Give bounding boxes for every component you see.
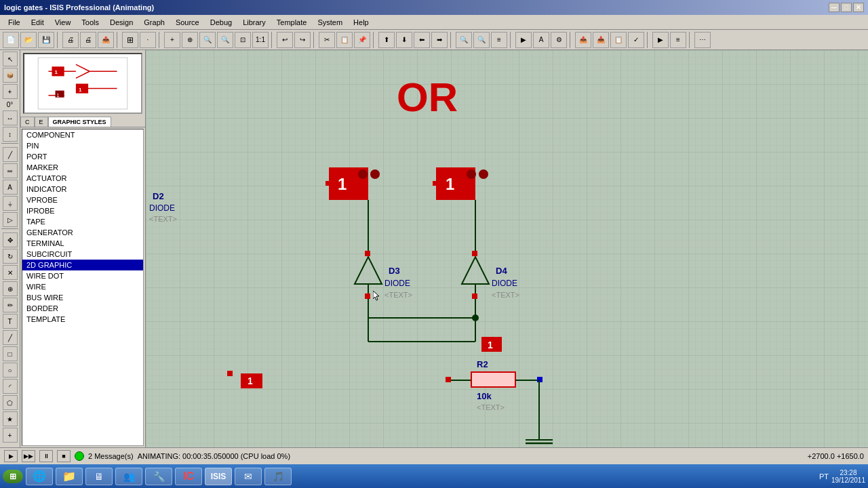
circle-tool[interactable]: ○ — [3, 363, 18, 378]
list-item-terminal[interactable]: TERMINAL — [22, 238, 143, 249]
mirror-x-tool[interactable]: ↔ — [3, 110, 18, 125]
align-right[interactable]: ➡ — [431, 32, 448, 48]
list-item-2dgraphic[interactable]: 2D GRAPHIC — [22, 260, 143, 270]
search-button[interactable]: 🔍 — [456, 32, 472, 48]
align-top[interactable]: ⬆ — [378, 32, 395, 48]
rotate-tool[interactable]: ↻ — [3, 249, 18, 264]
wire-tool[interactable]: ╱ — [3, 147, 18, 162]
probe-tool[interactable]: ⊕ — [3, 281, 18, 296]
menu-debug[interactable]: Debug — [205, 17, 237, 28]
poly-tool[interactable]: ⬠ — [3, 395, 18, 410]
list-item-template[interactable]: TEMPLATE — [22, 314, 143, 325]
import-button[interactable]: 📥 — [593, 32, 609, 48]
probe-button[interactable]: ⊕ — [182, 32, 198, 48]
zoom100-button[interactable]: 1:1 — [252, 32, 269, 48]
taskbar-email[interactable]: ✉ — [235, 468, 262, 485]
menu-help[interactable]: Help — [348, 17, 374, 28]
text-tool[interactable]: T — [3, 314, 18, 329]
sim-button[interactable]: ▶ — [652, 32, 669, 48]
list-item-subcircuit[interactable]: SUBCIRCUIT — [22, 249, 143, 260]
menu-graph[interactable]: Graph — [138, 17, 170, 28]
component-tool[interactable]: 📦 — [3, 68, 18, 83]
align-bottom[interactable]: ⬇ — [396, 32, 412, 48]
symbol-tool[interactable]: ★ — [3, 411, 18, 426]
bom-button[interactable]: 📋 — [610, 32, 627, 48]
mirror-y-tool[interactable]: ↕ — [3, 127, 18, 142]
paste-button[interactable]: 📌 — [354, 32, 370, 48]
label-tool[interactable]: A — [3, 180, 18, 195]
arc-tool[interactable]: ◜ — [3, 379, 18, 394]
menu-system[interactable]: System — [312, 17, 348, 28]
list-item-buswire[interactable]: BUS WIRE — [22, 292, 143, 303]
cut-button[interactable]: ✂ — [319, 32, 335, 48]
taskbar-app1[interactable]: IC — [175, 468, 202, 485]
draw-tool[interactable]: ✏ — [3, 298, 18, 312]
bus-tool[interactable]: ═ — [3, 163, 18, 178]
annot-button[interactable]: A — [533, 32, 549, 48]
taskbar-tools[interactable]: 🔧 — [145, 468, 172, 485]
list-item-iprobe[interactable]: IPROBE — [22, 205, 143, 216]
maximize-button[interactable]: □ — [841, 3, 852, 12]
stop-button[interactable]: ■ — [57, 450, 71, 462]
list-item-component[interactable]: COMPONENT — [22, 129, 143, 140]
taskbar-isis[interactable]: ISIS — [205, 468, 232, 485]
prop-button[interactable]: ⚙ — [551, 32, 567, 48]
menu-library[interactable]: Library — [237, 17, 271, 28]
list-item-wire[interactable]: WIRE — [22, 281, 143, 292]
menu-template[interactable]: Template — [271, 17, 313, 28]
zoomout-button[interactable]: 🔍 — [217, 32, 233, 48]
play-button[interactable]: ▶ — [4, 450, 18, 462]
junction-tool[interactable]: + — [3, 84, 18, 99]
minimize-button[interactable]: — — [829, 3, 840, 12]
new-button[interactable]: 📄 — [3, 32, 19, 48]
save-button[interactable]: 💾 — [38, 32, 54, 48]
list-item-wiredot[interactable]: WIRE DOT — [22, 270, 143, 281]
zoomfit-button[interactable]: ⊡ — [235, 32, 251, 48]
list-item-pin[interactable]: PIN — [22, 140, 143, 151]
undo-button[interactable]: ↩ — [277, 32, 293, 48]
menu-edit[interactable]: Edit — [26, 17, 50, 28]
taskbar-desktop[interactable]: 🖥 — [85, 468, 113, 485]
zoom2-button[interactable]: 🔍 — [473, 32, 490, 48]
print-button[interactable]: 🖨 — [62, 32, 79, 48]
clock[interactable]: 23:28 19/12/2011 — [831, 469, 865, 484]
add-button[interactable]: + — [164, 32, 180, 48]
open-button[interactable]: 📂 — [20, 32, 37, 48]
add2-tool[interactable]: + — [3, 428, 18, 443]
zoomin-button[interactable]: 🔍 — [199, 32, 216, 48]
print2-button[interactable]: 🖨 — [80, 32, 96, 48]
tab-c[interactable]: C — [20, 117, 35, 127]
list-item-port[interactable]: PORT — [22, 151, 143, 162]
dots-button[interactable]: · — [140, 32, 156, 48]
list-item-marker[interactable]: MARKER — [22, 162, 143, 173]
list-item-actuator[interactable]: ACTUATOR — [22, 173, 143, 184]
pause-button[interactable]: ⏸ — [39, 450, 53, 462]
drc-button[interactable]: ✓ — [628, 32, 644, 48]
menu-tools[interactable]: Tools — [76, 17, 104, 28]
grid-button[interactable]: ⊞ — [122, 32, 138, 48]
align-left[interactable]: ⬅ — [414, 32, 430, 48]
power-tool[interactable]: ⏚ — [3, 196, 18, 211]
menu-file[interactable]: File — [3, 17, 26, 28]
extra-button[interactable]: ⋯ — [694, 32, 711, 48]
netlist2-button[interactable]: ≡ — [670, 32, 686, 48]
list-item-border[interactable]: BORDER — [22, 303, 143, 314]
copy-button[interactable]: 📋 — [336, 32, 353, 48]
netlist-button[interactable]: ≡ — [491, 32, 507, 48]
menu-source[interactable]: Source — [170, 17, 205, 28]
taskbar-ie[interactable]: 🌐 — [26, 468, 53, 485]
delete-tool[interactable]: ✕ — [3, 265, 18, 280]
rect-tool[interactable]: □ — [3, 346, 18, 361]
taskbar-media[interactable]: 🎵 — [264, 468, 292, 485]
run-button[interactable]: ▶ — [515, 32, 532, 48]
line-tool[interactable]: ╱ — [3, 330, 18, 345]
menu-view[interactable]: View — [50, 17, 77, 28]
play-step-button[interactable]: ▶▶ — [22, 450, 35, 462]
taskbar-users[interactable]: 👥 — [115, 468, 142, 485]
menu-design[interactable]: Design — [104, 17, 138, 28]
move-tool[interactable]: ✥ — [3, 232, 18, 247]
export-button[interactable]: 📤 — [98, 32, 114, 48]
port-tool[interactable]: ▷ — [3, 212, 18, 227]
export2-button[interactable]: 📤 — [575, 32, 591, 48]
list-item-tape[interactable]: TAPE — [22, 216, 143, 227]
